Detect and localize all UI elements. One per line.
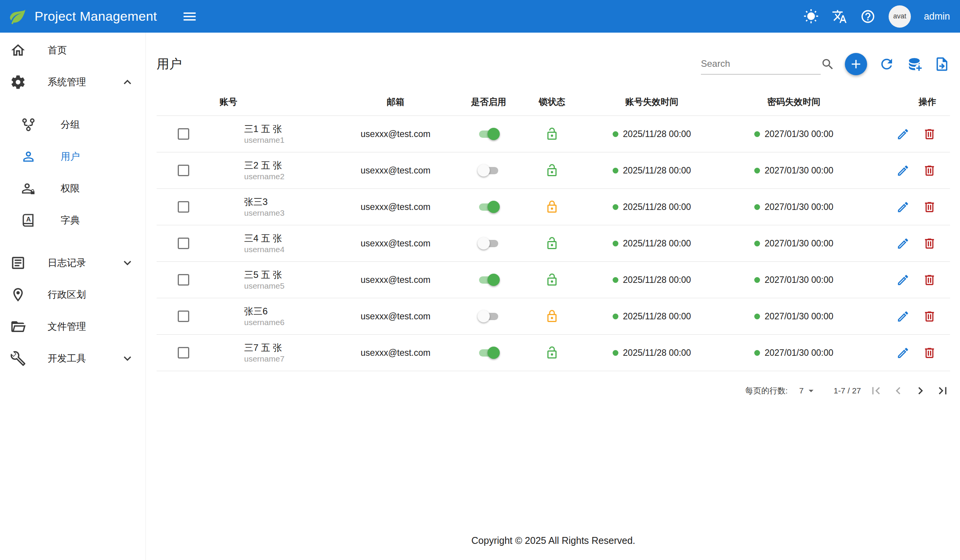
delete-button[interactable] bbox=[923, 273, 936, 287]
avatar[interactable]: avat bbox=[889, 5, 911, 28]
search-icon[interactable] bbox=[821, 57, 835, 71]
last-page-button[interactable] bbox=[935, 383, 950, 398]
chevron-up-icon bbox=[120, 75, 135, 89]
theme-toggle-icon[interactable] bbox=[803, 9, 819, 24]
sidebar-item-permissions[interactable]: 权限 bbox=[0, 172, 145, 204]
lock-status-cell bbox=[521, 127, 583, 141]
export-file-button[interactable] bbox=[934, 56, 950, 72]
delete-button[interactable] bbox=[923, 346, 936, 360]
logged-in-user[interactable]: admin bbox=[924, 11, 950, 22]
app-title: Project Management bbox=[35, 9, 157, 24]
hamburger-menu-icon[interactable] bbox=[182, 8, 198, 25]
column-header-account-expiry[interactable]: 账号失效时间 bbox=[583, 96, 721, 108]
users-table: 账号 邮箱 是否启用 锁状态 账号失效时间 密码失效时间 操作 三1 五 张 u… bbox=[157, 88, 950, 371]
column-header-lock-status[interactable]: 锁状态 bbox=[521, 96, 583, 108]
search-input[interactable] bbox=[701, 58, 821, 69]
password-expiry-cell: 2027/01/30 00:00 bbox=[721, 275, 867, 285]
home-icon bbox=[10, 42, 26, 58]
status-dot bbox=[613, 314, 618, 319]
content-spacer bbox=[157, 405, 950, 535]
translate-icon[interactable] bbox=[832, 9, 847, 24]
edit-button[interactable] bbox=[896, 346, 910, 360]
delete-button[interactable] bbox=[923, 237, 936, 250]
enabled-toggle[interactable] bbox=[478, 164, 500, 177]
row-checkbox[interactable] bbox=[178, 311, 189, 322]
password-expiry: 2027/01/30 00:00 bbox=[765, 311, 833, 322]
toggle-thumb bbox=[487, 274, 500, 286]
enabled-toggle[interactable] bbox=[478, 201, 500, 213]
column-header-password-expiry[interactable]: 密码失效时间 bbox=[721, 96, 867, 108]
avatar-label: avat bbox=[893, 12, 906, 20]
sidebar-item-file-management[interactable]: 文件管理 bbox=[0, 311, 145, 342]
row-checkbox[interactable] bbox=[178, 274, 189, 286]
edit-button[interactable] bbox=[896, 127, 910, 141]
enabled-toggle[interactable] bbox=[478, 237, 500, 249]
email-cell: usexxx@test.com bbox=[335, 311, 456, 322]
column-header-enabled[interactable]: 是否启用 bbox=[456, 96, 521, 108]
password-expiry-cell: 2027/01/30 00:00 bbox=[721, 202, 867, 212]
edit-button[interactable] bbox=[896, 200, 910, 214]
sidebar-item-label: 首页 bbox=[48, 44, 67, 56]
edit-button[interactable] bbox=[896, 237, 910, 250]
help-icon[interactable] bbox=[860, 9, 876, 24]
sidebar-item-groups[interactable]: 分组 bbox=[0, 109, 145, 140]
sidebar-item-admin-divisions[interactable]: 行政区划 bbox=[0, 279, 145, 311]
database-add-button[interactable] bbox=[906, 56, 922, 72]
row-checkbox[interactable] bbox=[178, 128, 189, 140]
toggle-thumb bbox=[478, 237, 490, 249]
sidebar-item-users[interactable]: 用户 bbox=[0, 140, 145, 172]
page-title: 用户 bbox=[157, 56, 182, 73]
row-checkbox[interactable] bbox=[178, 238, 189, 249]
email-cell: usexxx@test.com bbox=[335, 275, 456, 285]
sidebar-item-home[interactable]: 首页 bbox=[0, 34, 145, 66]
account-expiry: 2025/11/28 00:00 bbox=[623, 275, 691, 285]
lock-status-cell bbox=[521, 164, 583, 177]
previous-page-button[interactable] bbox=[891, 383, 905, 398]
row-checkbox[interactable] bbox=[178, 201, 189, 213]
account-expiry-cell: 2025/11/28 00:00 bbox=[583, 165, 721, 176]
row-checkbox[interactable] bbox=[178, 165, 189, 176]
sidebar-item-system-management[interactable]: 系统管理 bbox=[0, 66, 145, 98]
toggle-thumb bbox=[487, 128, 500, 140]
delete-button[interactable] bbox=[923, 164, 936, 177]
column-header-account[interactable]: 账号 bbox=[210, 96, 335, 108]
sidebar-item-dev-tools[interactable]: 开发工具 bbox=[0, 342, 145, 374]
enabled-toggle[interactable] bbox=[478, 274, 500, 286]
email-cell: usexxx@test.com bbox=[335, 165, 456, 176]
sidebar-item-label: 字典 bbox=[61, 214, 80, 226]
sidebar-item-logs[interactable]: 日志记录 bbox=[0, 247, 145, 279]
enabled-cell bbox=[456, 310, 521, 322]
enabled-toggle[interactable] bbox=[478, 347, 500, 359]
toolbar: 用户 bbox=[157, 50, 950, 78]
sidebar-item-dictionary[interactable]: A 字典 bbox=[0, 204, 145, 236]
delete-button[interactable] bbox=[923, 200, 936, 214]
add-user-button[interactable] bbox=[845, 53, 867, 75]
account-expiry: 2025/11/28 00:00 bbox=[623, 348, 691, 358]
account-expiry-cell: 2025/11/28 00:00 bbox=[583, 129, 721, 139]
enabled-toggle[interactable] bbox=[478, 128, 500, 140]
enabled-toggle[interactable] bbox=[478, 310, 500, 322]
delete-button[interactable] bbox=[923, 310, 936, 323]
lock-open-icon bbox=[545, 164, 559, 177]
row-checkbox[interactable] bbox=[178, 347, 189, 358]
enabled-cell bbox=[456, 201, 521, 213]
rows-per-page-select[interactable]: 7 bbox=[799, 385, 817, 396]
table-row: 三7 五 张 username7 usexxx@test.com 2025/11… bbox=[157, 335, 950, 371]
account-name: 张三6 bbox=[244, 305, 268, 317]
actions-cell bbox=[867, 200, 950, 214]
delete-button[interactable] bbox=[923, 127, 936, 141]
account-name: 三5 五 张 bbox=[244, 269, 282, 281]
account-cell: 三7 五 张 username7 bbox=[210, 342, 335, 364]
first-page-button[interactable] bbox=[869, 383, 883, 398]
next-page-button[interactable] bbox=[913, 383, 928, 398]
edit-button[interactable] bbox=[896, 164, 910, 177]
refresh-button[interactable] bbox=[879, 56, 895, 72]
edit-button[interactable] bbox=[896, 273, 910, 287]
account-username: username4 bbox=[244, 244, 284, 254]
edit-button[interactable] bbox=[896, 310, 910, 323]
lock-status-cell bbox=[521, 200, 583, 214]
header-actions: avat admin bbox=[803, 5, 950, 28]
actions-cell bbox=[867, 310, 950, 323]
column-header-email[interactable]: 邮箱 bbox=[335, 96, 456, 108]
account-username: username5 bbox=[244, 281, 284, 291]
